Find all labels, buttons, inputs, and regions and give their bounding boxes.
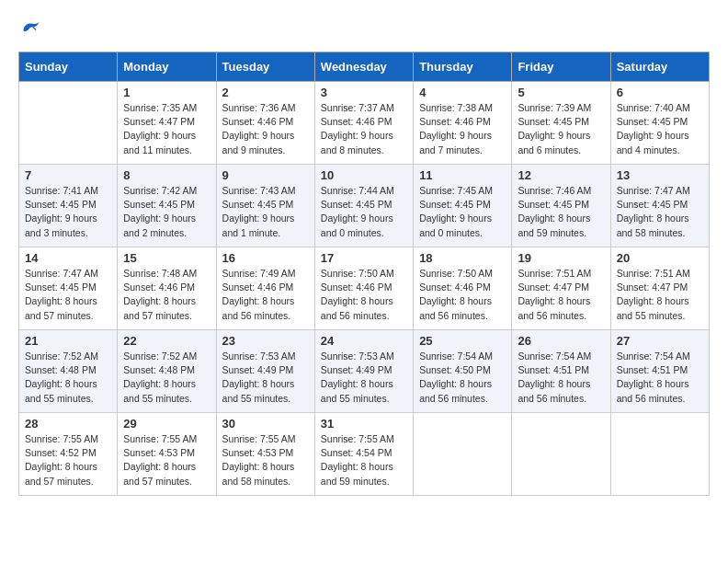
day-number: 17 bbox=[321, 251, 407, 265]
day-info: Sunrise: 7:53 AMSunset: 4:49 PMDaylight:… bbox=[321, 350, 407, 406]
day-cell bbox=[19, 82, 118, 165]
day-number: 2 bbox=[222, 86, 309, 99]
day-info: Sunrise: 7:55 AMSunset: 4:53 PMDaylight:… bbox=[123, 432, 210, 488]
day-header-friday: Friday bbox=[512, 52, 610, 82]
day-header-saturday: Saturday bbox=[610, 52, 709, 82]
day-number: 27 bbox=[617, 334, 703, 348]
week-row-3: 14Sunrise: 7:47 AMSunset: 4:45 PMDayligh… bbox=[19, 247, 710, 330]
page-header bbox=[18, 18, 710, 37]
day-info: Sunrise: 7:40 AMSunset: 4:45 PMDaylight:… bbox=[617, 101, 703, 157]
logo bbox=[18, 18, 40, 37]
day-number: 4 bbox=[419, 86, 506, 99]
day-number: 11 bbox=[419, 168, 506, 182]
day-info: Sunrise: 7:46 AMSunset: 4:45 PMDaylight:… bbox=[518, 184, 604, 240]
day-cell: 29Sunrise: 7:55 AMSunset: 4:53 PMDayligh… bbox=[118, 413, 216, 496]
calendar-header-row: SundayMondayTuesdayWednesdayThursdayFrid… bbox=[19, 52, 710, 82]
day-info: Sunrise: 7:50 AMSunset: 4:46 PMDaylight:… bbox=[321, 267, 407, 323]
calendar-table: SundayMondayTuesdayWednesdayThursdayFrid… bbox=[18, 52, 710, 496]
day-number: 29 bbox=[123, 417, 210, 431]
day-info: Sunrise: 7:38 AMSunset: 4:46 PMDaylight:… bbox=[419, 101, 506, 157]
day-cell bbox=[610, 413, 709, 496]
day-number: 16 bbox=[222, 251, 309, 265]
day-number: 3 bbox=[321, 86, 407, 99]
day-cell: 18Sunrise: 7:50 AMSunset: 4:46 PMDayligh… bbox=[414, 247, 512, 330]
day-number: 12 bbox=[518, 168, 604, 182]
day-number: 24 bbox=[321, 334, 407, 348]
day-info: Sunrise: 7:52 AMSunset: 4:48 PMDaylight:… bbox=[123, 350, 210, 406]
day-cell: 23Sunrise: 7:53 AMSunset: 4:49 PMDayligh… bbox=[216, 330, 314, 413]
day-number: 25 bbox=[419, 334, 506, 348]
day-cell: 12Sunrise: 7:46 AMSunset: 4:45 PMDayligh… bbox=[512, 165, 610, 247]
day-info: Sunrise: 7:47 AMSunset: 4:45 PMDaylight:… bbox=[617, 184, 703, 240]
day-cell bbox=[512, 413, 610, 496]
day-cell: 30Sunrise: 7:55 AMSunset: 4:53 PMDayligh… bbox=[216, 413, 314, 496]
day-number: 28 bbox=[25, 417, 111, 431]
day-cell: 20Sunrise: 7:51 AMSunset: 4:47 PMDayligh… bbox=[610, 247, 709, 330]
day-header-tuesday: Tuesday bbox=[216, 52, 314, 82]
day-cell bbox=[414, 413, 512, 496]
day-info: Sunrise: 7:50 AMSunset: 4:46 PMDaylight:… bbox=[419, 267, 506, 323]
day-info: Sunrise: 7:49 AMSunset: 4:46 PMDaylight:… bbox=[222, 267, 309, 323]
day-info: Sunrise: 7:54 AMSunset: 4:51 PMDaylight:… bbox=[617, 350, 703, 406]
day-cell: 10Sunrise: 7:44 AMSunset: 4:45 PMDayligh… bbox=[314, 165, 413, 247]
day-info: Sunrise: 7:53 AMSunset: 4:49 PMDaylight:… bbox=[222, 350, 309, 406]
day-cell: 5Sunrise: 7:39 AMSunset: 4:45 PMDaylight… bbox=[512, 82, 610, 165]
day-cell: 16Sunrise: 7:49 AMSunset: 4:46 PMDayligh… bbox=[216, 247, 314, 330]
day-cell: 6Sunrise: 7:40 AMSunset: 4:45 PMDaylight… bbox=[610, 82, 709, 165]
day-header-wednesday: Wednesday bbox=[314, 52, 413, 82]
day-info: Sunrise: 7:42 AMSunset: 4:45 PMDaylight:… bbox=[123, 184, 210, 240]
day-number: 20 bbox=[617, 251, 703, 265]
day-number: 18 bbox=[419, 251, 506, 265]
day-info: Sunrise: 7:55 AMSunset: 4:53 PMDaylight:… bbox=[222, 432, 309, 488]
day-info: Sunrise: 7:41 AMSunset: 4:45 PMDaylight:… bbox=[25, 184, 111, 240]
day-cell: 15Sunrise: 7:48 AMSunset: 4:46 PMDayligh… bbox=[118, 247, 216, 330]
day-cell: 21Sunrise: 7:52 AMSunset: 4:48 PMDayligh… bbox=[19, 330, 118, 413]
day-number: 23 bbox=[222, 334, 309, 348]
day-cell: 31Sunrise: 7:55 AMSunset: 4:54 PMDayligh… bbox=[314, 413, 413, 496]
day-info: Sunrise: 7:45 AMSunset: 4:45 PMDaylight:… bbox=[419, 184, 506, 240]
day-cell: 1Sunrise: 7:35 AMSunset: 4:47 PMDaylight… bbox=[118, 82, 216, 165]
day-cell: 22Sunrise: 7:52 AMSunset: 4:48 PMDayligh… bbox=[118, 330, 216, 413]
day-cell: 24Sunrise: 7:53 AMSunset: 4:49 PMDayligh… bbox=[314, 330, 413, 413]
day-info: Sunrise: 7:54 AMSunset: 4:50 PMDaylight:… bbox=[419, 350, 506, 406]
day-header-thursday: Thursday bbox=[414, 52, 512, 82]
day-cell: 25Sunrise: 7:54 AMSunset: 4:50 PMDayligh… bbox=[414, 330, 512, 413]
day-cell: 4Sunrise: 7:38 AMSunset: 4:46 PMDaylight… bbox=[414, 82, 512, 165]
day-number: 8 bbox=[123, 168, 210, 182]
day-info: Sunrise: 7:44 AMSunset: 4:45 PMDaylight:… bbox=[321, 184, 407, 240]
day-cell: 28Sunrise: 7:55 AMSunset: 4:52 PMDayligh… bbox=[19, 413, 118, 496]
day-info: Sunrise: 7:48 AMSunset: 4:46 PMDaylight:… bbox=[123, 267, 210, 323]
day-cell: 3Sunrise: 7:37 AMSunset: 4:46 PMDaylight… bbox=[314, 82, 413, 165]
week-row-2: 7Sunrise: 7:41 AMSunset: 4:45 PMDaylight… bbox=[19, 165, 710, 247]
day-cell: 19Sunrise: 7:51 AMSunset: 4:47 PMDayligh… bbox=[512, 247, 610, 330]
day-cell: 14Sunrise: 7:47 AMSunset: 4:45 PMDayligh… bbox=[19, 247, 118, 330]
week-row-5: 28Sunrise: 7:55 AMSunset: 4:52 PMDayligh… bbox=[19, 413, 710, 496]
day-header-monday: Monday bbox=[118, 52, 216, 82]
day-info: Sunrise: 7:47 AMSunset: 4:45 PMDaylight:… bbox=[25, 267, 111, 323]
day-number: 10 bbox=[321, 168, 407, 182]
day-info: Sunrise: 7:36 AMSunset: 4:46 PMDaylight:… bbox=[222, 101, 309, 157]
day-number: 31 bbox=[321, 417, 407, 431]
day-number: 30 bbox=[222, 417, 309, 431]
day-info: Sunrise: 7:39 AMSunset: 4:45 PMDaylight:… bbox=[518, 101, 604, 157]
day-number: 13 bbox=[617, 168, 703, 182]
day-cell: 2Sunrise: 7:36 AMSunset: 4:46 PMDaylight… bbox=[216, 82, 314, 165]
day-number: 7 bbox=[25, 168, 111, 182]
day-number: 1 bbox=[123, 86, 210, 99]
day-cell: 26Sunrise: 7:54 AMSunset: 4:51 PMDayligh… bbox=[512, 330, 610, 413]
day-number: 19 bbox=[518, 251, 604, 265]
week-row-4: 21Sunrise: 7:52 AMSunset: 4:48 PMDayligh… bbox=[19, 330, 710, 413]
day-cell: 8Sunrise: 7:42 AMSunset: 4:45 PMDaylight… bbox=[118, 165, 216, 247]
day-info: Sunrise: 7:51 AMSunset: 4:47 PMDaylight:… bbox=[617, 267, 703, 323]
day-number: 14 bbox=[25, 251, 111, 265]
day-number: 22 bbox=[123, 334, 210, 348]
day-info: Sunrise: 7:35 AMSunset: 4:47 PMDaylight:… bbox=[123, 101, 210, 157]
day-number: 5 bbox=[518, 86, 604, 99]
day-info: Sunrise: 7:43 AMSunset: 4:45 PMDaylight:… bbox=[222, 184, 309, 240]
day-info: Sunrise: 7:54 AMSunset: 4:51 PMDaylight:… bbox=[518, 350, 604, 406]
week-row-1: 1Sunrise: 7:35 AMSunset: 4:47 PMDaylight… bbox=[19, 82, 710, 165]
day-number: 21 bbox=[25, 334, 111, 348]
day-cell: 17Sunrise: 7:50 AMSunset: 4:46 PMDayligh… bbox=[314, 247, 413, 330]
day-cell: 13Sunrise: 7:47 AMSunset: 4:45 PMDayligh… bbox=[610, 165, 709, 247]
day-info: Sunrise: 7:37 AMSunset: 4:46 PMDaylight:… bbox=[321, 101, 407, 157]
